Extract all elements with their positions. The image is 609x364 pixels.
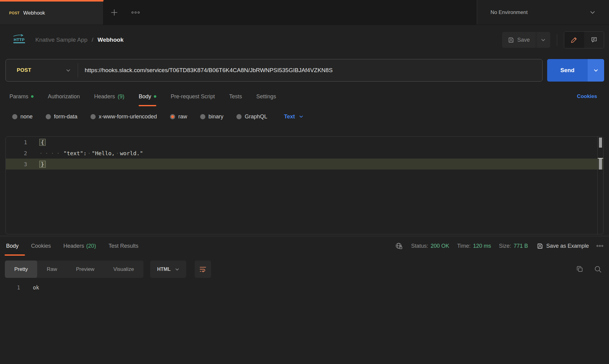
response-options-button[interactable] (596, 245, 604, 247)
response-tab-body[interactable]: Body (6, 236, 19, 256)
response-tab-headers[interactable]: Headers (20) (63, 236, 96, 256)
breadcrumb-collection[interactable]: Knative Sample App (35, 37, 87, 43)
scrollbar-thumb[interactable] (599, 138, 602, 148)
header-actions: Save (502, 31, 604, 48)
save-button[interactable]: Save (502, 32, 536, 48)
editor-line-2[interactable]: 2 ····"text":·"Hello,·world." (6, 148, 603, 159)
editor-line-3-current[interactable]: 3 } (6, 159, 603, 170)
radio-circle (90, 114, 96, 119)
tab-settings[interactable]: Settings (256, 86, 276, 107)
environment-selector[interactable]: No Environment (477, 0, 609, 25)
method-dropdown[interactable]: POST (6, 59, 78, 81)
tab-pre-request-script[interactable]: Pre-request Script (171, 86, 215, 107)
http-arrow-icon (13, 34, 23, 37)
save-as-example-label: Save as Example (546, 243, 589, 249)
method-label: POST (17, 67, 31, 73)
comments-button[interactable] (584, 32, 604, 48)
tab-headers[interactable]: Headers (9) (94, 86, 124, 107)
url-bar-divider (78, 63, 78, 77)
tab-params[interactable]: Params (9, 86, 34, 107)
more-icon (131, 11, 140, 14)
response-format-dropdown[interactable]: HTML (150, 261, 186, 278)
save-button-label: Save (517, 37, 530, 43)
tab-body[interactable]: Body (139, 86, 156, 107)
send-options-button[interactable] (588, 59, 604, 82)
tab-method-badge: POST (9, 11, 19, 15)
chevron-down-icon (175, 268, 179, 271)
radio-form-data[interactable]: form-data (46, 114, 77, 120)
new-tab-button[interactable] (104, 0, 125, 25)
network-info-icon[interactable] (395, 243, 403, 250)
editor-line-1[interactable]: 1 { (6, 137, 603, 148)
environment-label: No Environment (490, 9, 528, 16)
tab-bar: POST Webhook No Environment (0, 0, 609, 25)
response-body-viewer[interactable]: 1 ok (0, 282, 609, 293)
view-mode-pretty[interactable]: Pretty (5, 261, 37, 278)
line-number: 3 (6, 161, 27, 167)
response-headers-count-badge: (20) (86, 243, 96, 249)
radio-circle-selected (170, 114, 175, 119)
radio-raw[interactable]: raw (170, 114, 187, 120)
wrap-text-button[interactable] (195, 261, 211, 278)
save-icon (508, 37, 514, 43)
save-icon (537, 243, 543, 249)
save-options-button[interactable] (536, 32, 550, 48)
time-label: Time: (457, 243, 470, 249)
comment-icon (591, 37, 597, 43)
view-mode-switcher: Pretty Raw Preview Visualize (5, 261, 143, 278)
params-status-dot (31, 95, 34, 98)
code-editor[interactable]: 1 { 2 ····"text":·"Hello,·world." 3 } (5, 136, 604, 234)
view-mode-preview[interactable]: Preview (66, 261, 104, 278)
chevron-down-icon (299, 115, 303, 118)
response-line-1: 1 ok (0, 282, 609, 293)
request-tabs: Params Authorization Headers (9) Body Pr… (0, 86, 609, 107)
url-input[interactable]: https://hooks.slack.com/services/T06TD83… (85, 67, 333, 74)
view-mode-raw[interactable]: Raw (37, 261, 66, 278)
request-tab-webhook[interactable]: POST Webhook (0, 0, 104, 25)
search-icon[interactable] (594, 266, 602, 273)
tab-options-button[interactable] (125, 0, 146, 25)
tab-title: Webhook (23, 10, 45, 16)
json-key: "text": (63, 150, 87, 156)
line-number: 1 (6, 139, 27, 145)
radio-graphql[interactable]: GraphQL (236, 114, 267, 120)
raw-format-dropdown[interactable]: Text (284, 114, 303, 120)
response-tabs: Body Cookies Headers (20) Test Results S… (0, 236, 609, 256)
http-request-icon: HTTP (13, 37, 25, 43)
copy-icon[interactable] (576, 266, 583, 273)
time-value: 120 ms (473, 243, 491, 249)
tab-authorization[interactable]: Authorization (48, 86, 80, 107)
raw-format-label: Text (284, 114, 295, 120)
matched-bracket: } (39, 161, 46, 168)
send-button[interactable]: Send (547, 59, 588, 82)
tab-tests[interactable]: Tests (229, 86, 242, 107)
matched-bracket: { (39, 139, 46, 146)
editor-scrollbar[interactable] (597, 137, 603, 234)
radio-binary[interactable]: binary (200, 114, 223, 120)
response-tab-test-results[interactable]: Test Results (108, 236, 138, 256)
json-value-part: "Hello, (92, 150, 115, 156)
radio-none[interactable]: none (12, 114, 33, 120)
edit-request-button[interactable] (564, 32, 584, 48)
response-meta: Status: 200 OK Time: 120 ms Size: 771 B … (395, 236, 604, 256)
radio-x-www-form-urlencoded[interactable]: x-www-form-urlencoded (90, 114, 157, 120)
breadcrumb-request-name[interactable]: Webhook (97, 37, 123, 43)
status-indicator: Status: 200 OK (411, 243, 449, 249)
response-body-tools (576, 261, 602, 278)
status-label: Status: (411, 243, 428, 249)
view-mode-visualize[interactable]: Visualize (104, 261, 143, 278)
size-indicator: Size: 771 B (499, 243, 528, 249)
url-bar: POST https://hooks.slack.com/services/T0… (5, 59, 543, 82)
more-icon (596, 245, 604, 247)
postman-app: POST Webhook No Environment HTTP (0, 0, 609, 364)
cookies-link[interactable]: Cookies (577, 93, 597, 100)
pane-toggle-group (564, 31, 604, 48)
save-as-example-button[interactable]: Save as Example (537, 243, 589, 249)
cursor-overview-mark (599, 159, 602, 170)
chevron-down-icon (541, 39, 545, 41)
response-toolbar: Pretty Raw Preview Visualize HTML (5, 261, 602, 278)
whitespace-dot: · (115, 150, 120, 156)
size-label: Size: (499, 243, 511, 249)
body-status-dot (154, 95, 156, 98)
response-tab-cookies[interactable]: Cookies (31, 236, 51, 256)
